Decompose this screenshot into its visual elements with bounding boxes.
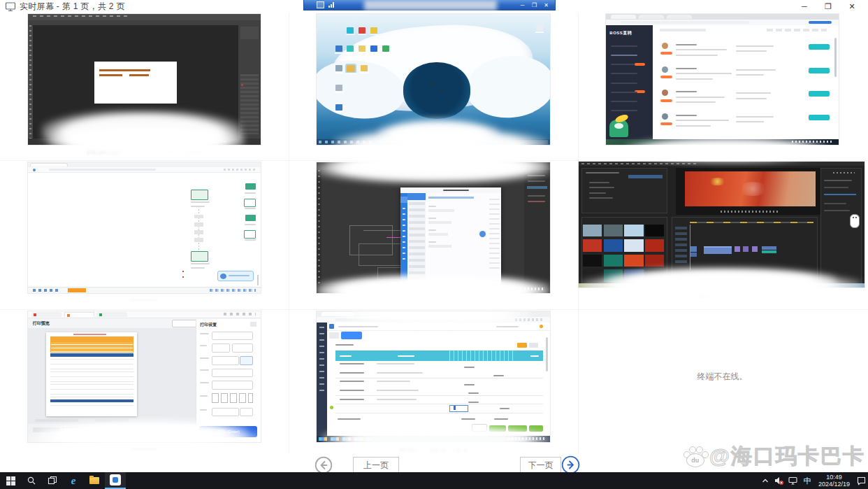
scrollbar[interactable] — [546, 337, 548, 371]
thumbnail-caption: ········· — [25, 445, 263, 453]
desktop-icon — [370, 27, 377, 34]
cad-right-panel — [524, 170, 550, 285]
ps-menu-items — [33, 15, 131, 17]
volume-button[interactable] — [772, 472, 786, 489]
prev-page-button[interactable]: 上一页 — [353, 457, 399, 474]
screen-thumbnail-recruitment[interactable]: BOSS直聘 — [606, 14, 839, 145]
monitoring-app-icon — [110, 474, 121, 486]
monitor-icon — [5, 1, 16, 12]
remote-cursor-indicator — [850, 214, 860, 228]
folder-icon — [89, 477, 99, 484]
windows-logo-icon — [6, 476, 15, 486]
page-title: 实时屏幕 - 第 1 页，共 2 页 — [20, 1, 125, 13]
task-view-icon — [48, 476, 57, 486]
desktop-icon — [382, 45, 389, 52]
grid-divider-vertical — [289, 13, 289, 453]
timeline-panel — [672, 217, 818, 283]
search-button[interactable] — [21, 472, 42, 489]
remote-viewer-titlebar[interactable]: ─ ❐ ✕ — [303, 0, 556, 10]
remote-close-button[interactable]: ✕ — [540, 0, 552, 10]
cad-toolbar — [317, 162, 550, 170]
screen-thumbnail-desktop[interactable] — [317, 14, 550, 145]
preview-title: 打印预览 — [33, 320, 50, 327]
app-header — [327, 323, 550, 331]
browser-toolbar — [28, 167, 261, 173]
thumbnail-caption: DE······· ···· ··:·· — [314, 148, 552, 155]
maximize-button[interactable]: ❐ — [816, 0, 840, 13]
dialog-list — [407, 193, 426, 284]
ime-indicator[interactable]: 中 — [800, 476, 814, 486]
thumbnail-caption: PC-···· 2015···· ···138 — [604, 148, 841, 155]
taskbar-clock[interactable]: 10:49 2024/12/19 — [814, 474, 854, 488]
clock-date: 2024/12/19 — [818, 481, 850, 488]
remote-minimize-button[interactable]: ─ — [516, 0, 528, 10]
screen-thumbnail-erp[interactable] — [317, 311, 550, 442]
preview-area — [28, 328, 196, 424]
network-button[interactable] — [786, 472, 800, 489]
ps-options-bar — [28, 20, 261, 25]
thumbnail-caption: WIN-···· 20-1· ·-1·1 — [314, 445, 552, 453]
watermark-text: @海口玛卡巴卡 — [709, 442, 865, 471]
desktop-icon-selected — [347, 65, 355, 72]
minimize-button[interactable]: ─ — [793, 0, 816, 13]
ps-canvas-area — [33, 25, 238, 139]
thumbnail-caption: ·········· — [25, 296, 263, 304]
start-button[interactable] — [0, 472, 21, 489]
internet-explorer-icon: e — [71, 475, 76, 487]
scrollbar[interactable] — [834, 38, 837, 77]
monitoring-app-button[interactable] — [105, 472, 126, 489]
iceberg-hole — [403, 62, 471, 118]
screen-thumbnail-photoshop[interactable] — [28, 14, 261, 145]
palette-item — [244, 199, 256, 206]
desktop-icon — [335, 45, 342, 52]
program-monitor — [676, 168, 825, 215]
offline-text: 终端不在线。 — [697, 371, 748, 383]
internet-explorer-button[interactable]: e — [63, 472, 84, 489]
search-icon — [27, 476, 36, 486]
mascot — [609, 120, 628, 136]
desktop-icon — [370, 45, 377, 52]
dialog-form — [426, 193, 501, 284]
desktop-icon — [347, 45, 354, 52]
next-page-button[interactable]: 下一页 — [520, 457, 561, 474]
remote-window-controls: ─ ❐ ✕ — [516, 0, 552, 10]
action-center-button[interactable] — [854, 472, 868, 489]
offline-terminal-cell: 终端不在线。 — [606, 311, 839, 442]
window-controls: ─ ❐ ✕ — [793, 0, 864, 13]
clock-time: 10:49 — [818, 474, 850, 481]
desktop-icon — [335, 65, 342, 71]
grid-divider-horizontal — [0, 309, 868, 310]
print-button: 打印 (Enter) — [199, 426, 257, 437]
desktop-icon — [335, 85, 342, 91]
new-entry-button — [341, 332, 362, 339]
desktop-icon — [359, 45, 366, 52]
remote-maximize-button[interactable]: ❐ — [528, 0, 540, 10]
tray-expand-button[interactable] — [758, 472, 772, 489]
task-view-button[interactable] — [42, 472, 63, 489]
screen-thumbnail-video-editor[interactable] — [579, 162, 865, 288]
signal-bars-icon — [328, 2, 334, 8]
captured-taskbar — [579, 283, 865, 288]
screen-thumbnail-cad-dialog[interactable] — [317, 162, 550, 293]
redacted-title-smudge — [364, 0, 497, 10]
table-body — [335, 361, 543, 413]
screen-thumbnail-flowchart[interactable] — [28, 162, 261, 293]
file-explorer-button[interactable] — [84, 472, 105, 489]
action-center-icon — [856, 476, 867, 486]
captured-taskbar — [606, 139, 839, 145]
ethernet-icon — [788, 476, 798, 486]
desktop-icon — [359, 27, 366, 34]
close-button[interactable]: ✕ — [840, 0, 864, 13]
screen-thumbnail-print-preview[interactable]: 打印预览 打印设置 打印 (Enter) — [28, 311, 261, 442]
paw-icon: du — [683, 446, 708, 468]
settings-title: 打印设置 — [200, 322, 217, 328]
desktop-icon — [536, 24, 543, 31]
browser-tabstrip — [317, 311, 550, 317]
thumbnail-caption: DESKTOP-········ ····-··-·· ··:··:·· — [25, 148, 263, 155]
cancel-button-mini — [472, 424, 487, 432]
ps-panels — [238, 25, 261, 139]
desktop-icon — [361, 65, 368, 71]
thumbnail-caption: SC········ ···· — [602, 291, 840, 299]
captured-taskbar — [28, 287, 261, 293]
scrollbar[interactable] — [257, 275, 259, 285]
